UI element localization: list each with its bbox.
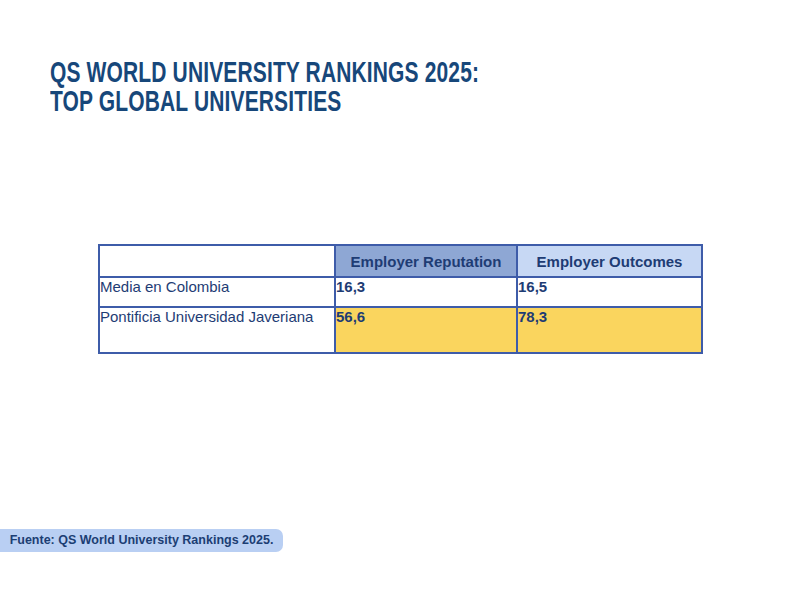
title-line-2: TOP GLOBAL UNIVERSITIES xyxy=(50,86,479,115)
row-label-media-en-colombia: Media en Colombia xyxy=(99,277,335,307)
row-label-javeriana: Pontificia Universidad Javeriana xyxy=(99,307,335,353)
title-line-1: QS WORLD UNIVERSITY RANKINGS 2025: xyxy=(50,57,479,86)
header-cell-employer-outcomes: Employer Outcomes xyxy=(517,245,702,277)
value-cell-outcomes-javeriana: 78,3 xyxy=(517,307,702,353)
header-cell-blank xyxy=(99,245,335,277)
header-row: Employer Reputation Employer Outcomes xyxy=(99,245,702,277)
slide: QS WORLD UNIVERSITY RANKINGS 2025: TOP G… xyxy=(0,0,800,600)
value-cell-reputation-javeriana: 56,6 xyxy=(335,307,517,353)
source-note: Fuente: QS World University Rankings 202… xyxy=(0,529,283,552)
table-row-javeriana: Pontificia Universidad Javeriana 56,6 78… xyxy=(99,307,702,353)
table-row-media-en-colombia: Media en Colombia 16,3 16,5 xyxy=(99,277,702,307)
header-cell-employer-reputation: Employer Reputation xyxy=(335,245,517,277)
value-cell-reputation-media: 16,3 xyxy=(335,277,517,307)
rankings-table: Employer Reputation Employer Outcomes Me… xyxy=(98,244,703,354)
value-cell-outcomes-media: 16,5 xyxy=(517,277,702,307)
page-title: QS WORLD UNIVERSITY RANKINGS 2025: TOP G… xyxy=(50,57,479,115)
